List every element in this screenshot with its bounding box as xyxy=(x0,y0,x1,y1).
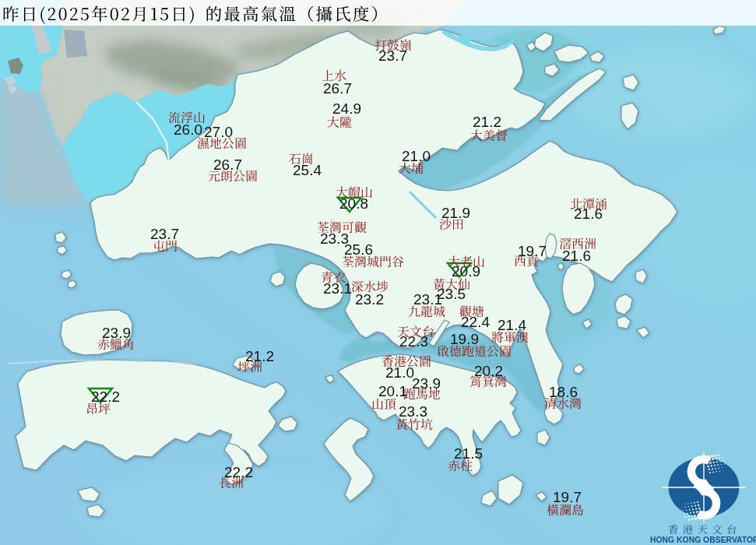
svg-text:23.9: 23.9 xyxy=(102,325,131,341)
svg-text:20.9: 20.9 xyxy=(452,263,480,280)
svg-text:23.3: 23.3 xyxy=(399,403,427,420)
svg-text:22.3: 22.3 xyxy=(399,333,428,350)
svg-text:21.9: 21.9 xyxy=(441,205,470,221)
svg-text:21.0: 21.0 xyxy=(402,148,431,164)
svg-text:23.2: 23.2 xyxy=(355,291,384,308)
svg-text:22.4: 22.4 xyxy=(461,314,490,330)
svg-text:19.9: 19.9 xyxy=(450,331,479,347)
svg-text:20.2: 20.2 xyxy=(474,363,503,379)
svg-text:25.4: 25.4 xyxy=(293,162,322,178)
svg-text:22.2: 22.2 xyxy=(91,389,120,405)
svg-text:24.9: 24.9 xyxy=(332,100,361,117)
svg-text:21.6: 21.6 xyxy=(574,206,603,222)
svg-text:22.2: 22.2 xyxy=(224,464,253,480)
svg-text:26.7: 26.7 xyxy=(323,80,352,97)
svg-text:21.0: 21.0 xyxy=(385,364,414,381)
svg-text:21.6: 21.6 xyxy=(562,248,591,264)
svg-text:27.0: 27.0 xyxy=(204,124,233,140)
svg-text:18.6: 18.6 xyxy=(549,384,578,400)
svg-text:21.5: 21.5 xyxy=(454,445,483,462)
svg-text:23.9: 23.9 xyxy=(412,375,441,392)
svg-text:19.7: 19.7 xyxy=(553,489,582,505)
svg-text:23.1: 23.1 xyxy=(323,280,352,297)
svg-text:23.1: 23.1 xyxy=(413,291,442,308)
svg-text:21.2: 21.2 xyxy=(473,114,501,130)
svg-text:26.7: 26.7 xyxy=(213,156,242,173)
svg-text:21.4: 21.4 xyxy=(498,317,526,333)
svg-text:19.7: 19.7 xyxy=(518,243,547,259)
svg-text:26.0: 26.0 xyxy=(174,121,202,138)
svg-text:20.8: 20.8 xyxy=(339,195,368,212)
svg-text:23.7: 23.7 xyxy=(378,47,407,64)
svg-text:25.6: 25.6 xyxy=(344,241,373,258)
svg-text:21.2: 21.2 xyxy=(245,348,274,364)
svg-text:20.1: 20.1 xyxy=(378,383,407,399)
svg-text:HONG KONG OBSERVATORY: HONG KONG OBSERVATORY xyxy=(650,536,756,544)
svg-text:23.7: 23.7 xyxy=(150,226,179,242)
